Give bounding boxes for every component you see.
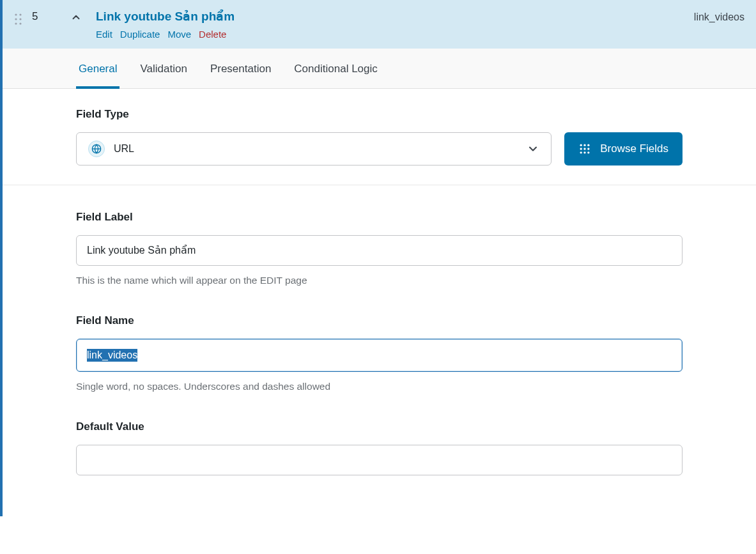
svg-point-10	[587, 144, 589, 146]
field-order-number: 5	[32, 9, 42, 23]
field-type-select[interactable]: URL	[76, 132, 552, 165]
field-header: 5 Link youtube Sản phẩm Edit Duplicate M…	[3, 0, 756, 49]
svg-point-14	[580, 151, 582, 153]
field-name-input[interactable]: link_videos	[76, 339, 683, 372]
svg-point-13	[587, 148, 589, 150]
svg-point-0	[15, 13, 17, 15]
tab-presentation[interactable]: Presentation	[208, 49, 274, 88]
field-title[interactable]: Link youtube Sản phẩm	[96, 9, 685, 25]
grid-icon	[578, 142, 591, 155]
svg-point-12	[584, 148, 586, 150]
drag-handle-icon[interactable]	[14, 9, 23, 26]
svg-point-9	[584, 144, 586, 146]
tab-conditional-logic[interactable]: Conditional Logic	[291, 49, 380, 88]
field-row-actions: Edit Duplicate Move Delete	[96, 29, 685, 40]
browse-fields-label: Browse Fields	[600, 142, 668, 155]
chevron-down-icon	[527, 142, 539, 155]
field-key: link_videos	[694, 9, 744, 23]
svg-point-4	[15, 22, 17, 24]
default-value-heading: Default Value	[76, 420, 683, 433]
svg-point-5	[19, 22, 21, 24]
svg-point-11	[580, 148, 582, 150]
svg-point-16	[587, 151, 589, 153]
field-name-heading: Field Name	[76, 314, 683, 327]
tab-general[interactable]: General	[76, 49, 120, 88]
delete-link[interactable]: Delete	[199, 29, 226, 40]
duplicate-link[interactable]: Duplicate	[120, 29, 160, 40]
tabs-nav: General Validation Presentation Conditio…	[76, 49, 756, 88]
field-name-desc: Single word, no spaces. Underscores and …	[76, 381, 683, 392]
field-name-value: link_videos	[87, 349, 137, 362]
browse-fields-button[interactable]: Browse Fields	[564, 132, 683, 165]
field-type-label: Field Type	[76, 108, 683, 121]
field-type-value: URL	[114, 143, 134, 155]
move-link[interactable]: Move	[167, 29, 191, 40]
collapse-toggle[interactable]	[51, 9, 82, 23]
edit-link[interactable]: Edit	[96, 29, 112, 40]
svg-point-1	[19, 13, 21, 15]
svg-point-3	[19, 18, 21, 20]
svg-point-8	[580, 144, 582, 146]
tab-validation[interactable]: Validation	[137, 49, 189, 88]
field-label-heading: Field Label	[76, 211, 683, 224]
svg-point-15	[584, 151, 586, 153]
field-label-input[interactable]	[76, 235, 683, 266]
svg-point-2	[15, 18, 17, 20]
field-label-desc: This is the name which will appear on th…	[76, 275, 683, 286]
globe-icon	[88, 141, 105, 157]
default-value-input[interactable]	[76, 445, 683, 475]
